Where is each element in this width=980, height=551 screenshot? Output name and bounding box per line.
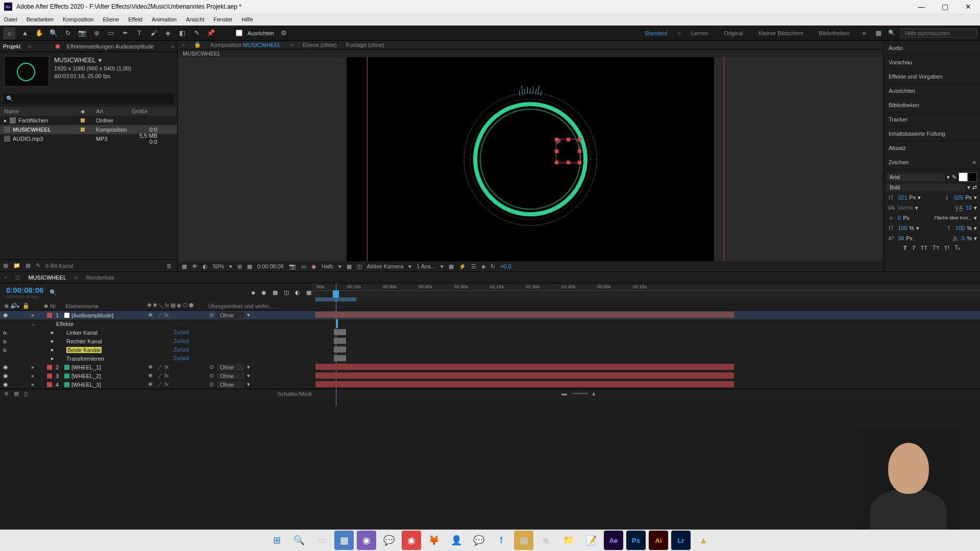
draft3d-icon[interactable]: ◉ — [261, 289, 266, 296]
font-style-select[interactable]: Bold — [887, 184, 965, 191]
facebook-button[interactable]: f — [492, 531, 511, 550]
panel-tracker[interactable]: Tracker — [884, 112, 980, 127]
comp-close-icon[interactable]: × — [182, 42, 185, 48]
whatsapp-button[interactable]: 💬 — [379, 531, 399, 550]
ws-bibliotheken[interactable]: Bibliotheken — [814, 30, 854, 36]
menu-hilfe[interactable]: Hilfe — [242, 16, 253, 22]
comp-name[interactable]: MUSICWHEEL — [54, 57, 95, 64]
tab-effekteinstellungen[interactable]: Effekteinstellungen Audioamplitude — [67, 43, 154, 49]
tab-ebene[interactable]: Ebene (ohne) — [303, 42, 337, 48]
baseline-input[interactable]: 34 — [898, 235, 904, 241]
comp-arrow-icon[interactable]: ▼ — [97, 57, 103, 63]
channel-icon[interactable]: 👁 — [192, 263, 198, 269]
col-groesse[interactable]: Größe — [132, 108, 157, 114]
trash-icon[interactable]: 🗑 — [166, 263, 172, 269]
fast-preview-icon[interactable]: ⚡ — [459, 263, 466, 270]
camera-tool-icon[interactable]: 📷 — [78, 29, 87, 38]
project-search[interactable]: 🔍 — [3, 94, 174, 104]
3d-icon[interactable]: ◫ — [357, 263, 362, 270]
timeline-icon[interactable]: ☰ — [471, 263, 476, 270]
timeline-layer[interactable]: ◉▸1[Audioamplitude]✱ ／ fx⊙Ohne▾ — [0, 311, 980, 319]
home-button[interactable]: ⌂ — [3, 27, 15, 39]
exposure[interactable]: +0,0 — [500, 263, 511, 269]
eyedropper-icon[interactable]: ✎ — [952, 174, 957, 181]
minimize-button[interactable]: — — [910, 0, 933, 13]
switches-modes-toggle[interactable]: Schalter/Modi — [278, 391, 312, 397]
ws-more-icon[interactable]: » — [860, 29, 869, 38]
allcaps-button[interactable]: TT — [921, 245, 927, 251]
guides-icon[interactable]: ▦ — [247, 263, 252, 270]
eye-col-icon[interactable]: ◉ — [4, 303, 10, 309]
zoom-level[interactable]: 50% — [213, 263, 224, 269]
superscript-button[interactable]: T¹ — [944, 245, 949, 251]
kerning-select[interactable]: Metrik — [898, 205, 913, 211]
toggle-brackets-icon[interactable]: {} — [24, 391, 28, 397]
timeline-layer[interactable]: ⌄Effekte — [0, 319, 980, 328]
vscale-input[interactable]: 100 — [898, 225, 907, 231]
label-swatch[interactable] — [81, 128, 85, 132]
label-swatch[interactable] — [81, 137, 85, 141]
panel-vorschau[interactable]: Vorschau — [884, 55, 980, 69]
ws-panel-icon[interactable]: ▦ — [874, 29, 883, 38]
audio-col-icon[interactable]: 🔊 — [10, 303, 16, 309]
menu-animation[interactable]: Animation — [152, 16, 177, 22]
photoshop-button[interactable]: Ps — [626, 531, 646, 550]
zoom-dropdown-icon[interactable]: ▾ — [229, 263, 232, 270]
menu-ansicht[interactable]: Ansicht — [186, 16, 204, 22]
transparency-icon[interactable]: ▦ — [347, 263, 352, 270]
brush-tool-icon[interactable]: 🖌 — [149, 29, 158, 38]
label-swatch[interactable] — [81, 118, 85, 122]
project-item-audio[interactable]: AUDIO.mp3 MP3 5,5 MB 0:0 — [0, 134, 177, 143]
stroke-color-swatch[interactable] — [968, 172, 977, 182]
toggle-modes-icon[interactable]: ▦ — [14, 390, 19, 397]
label-col-icon[interactable]: ◆ — [44, 303, 50, 309]
firefox-button[interactable]: 🦊 — [424, 531, 444, 550]
current-timecode[interactable]: 0:00:08:06 — [6, 286, 43, 294]
timeline-tab[interactable]: MUSICWHEEL — [28, 274, 66, 281]
eraser-tool-icon[interactable]: ◧ — [178, 29, 187, 38]
bold-button[interactable]: T — [903, 245, 907, 251]
solo-col-icon[interactable]: ● — [16, 303, 22, 309]
app-button[interactable]: ▲ — [694, 531, 713, 550]
explorer-button[interactable]: ▦ — [334, 531, 354, 550]
leading-input[interactable]: 325 — [954, 194, 963, 201]
toggle-switches-icon[interactable]: ⊕ — [4, 390, 9, 397]
timeline-layer[interactable]: ◉▸3[WHEEL_2]✱ ／ fx⊙Ohne▾ — [0, 371, 980, 380]
obs-button[interactable]: ◉ — [536, 531, 556, 550]
search-button[interactable]: 🔍 — [289, 531, 309, 550]
rotation-tool-icon[interactable]: ↻ — [63, 29, 72, 38]
fill-color-swatch[interactable] — [959, 172, 968, 182]
tsume-input[interactable]: 0 — [962, 235, 965, 241]
timeline-layer[interactable]: fx▸Rechter KanalZurück — [0, 337, 980, 345]
close-button[interactable]: ✕ — [957, 0, 980, 13]
timeline-layer[interactable]: fx▸Beide KanäleZurück — [0, 345, 980, 354]
menu-datei[interactable]: Datei — [4, 16, 17, 22]
pixel-aspect-icon[interactable]: ▦ — [449, 263, 454, 270]
font-family-select[interactable]: Arial — [887, 173, 945, 181]
parent-col[interactable]: Übergeordnet und verkn... — [208, 303, 274, 309]
timeline-layer[interactable]: fx▸Linker KanalZurück — [0, 328, 980, 337]
rect-tool-icon[interactable]: ▭ — [106, 29, 115, 38]
hscale-input[interactable]: 100 — [955, 225, 965, 231]
zoom-out-icon[interactable]: ▬ — [561, 390, 567, 397]
smallcaps-button[interactable]: Tᴛ — [933, 244, 939, 251]
task-view-button[interactable]: ▭ — [312, 531, 331, 550]
panel-inhaltsbasierte[interactable]: Inhaltsbasierte Füllung — [884, 127, 980, 141]
new-comp-icon[interactable]: ▦ — [26, 262, 31, 269]
hand-tool-icon[interactable]: ✋ — [35, 29, 44, 38]
adjust-icon[interactable]: ✎ — [36, 262, 40, 269]
grid-icon[interactable]: ⊞ — [237, 263, 242, 270]
panel-zeichen[interactable]: Zeichen — [889, 159, 909, 165]
col-name[interactable]: Name — [4, 108, 81, 114]
lock-col-icon[interactable]: 🔒 — [22, 303, 29, 309]
zoom-in-icon[interactable]: ▲ — [591, 390, 597, 397]
snap-options-icon[interactable]: ⚙ — [279, 29, 288, 38]
app-button[interactable]: ◉ — [357, 531, 376, 550]
fill-option-select[interactable]: Fläche über Kon... — [934, 215, 972, 220]
new-folder-icon[interactable]: 📁 — [13, 262, 20, 269]
comp-mini-icon[interactable]: ◈ — [251, 289, 255, 296]
menu-effekt[interactable]: Effekt — [128, 16, 142, 22]
interpret-icon[interactable]: ▦ — [3, 262, 8, 269]
subscript-button[interactable]: T₁ — [954, 244, 960, 251]
tl-close-icon[interactable]: × — [4, 274, 7, 281]
